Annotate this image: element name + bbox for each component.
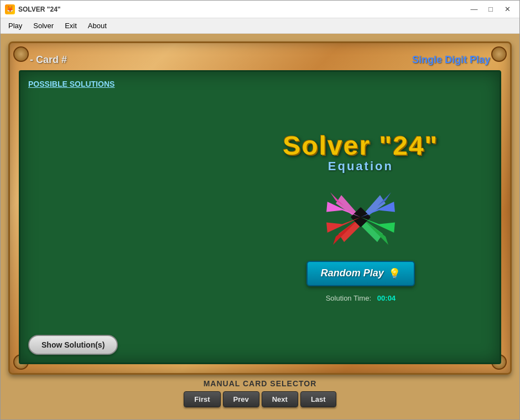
solution-time-label: Solution Time: [326,294,371,302]
menu-about[interactable]: About [82,20,112,31]
next-button[interactable]: Next [262,391,298,407]
corner-tl [13,46,29,62]
menu-solver[interactable]: Solver [28,20,59,31]
menu-play[interactable]: Play [3,20,28,31]
lightbulb-icon: 💡 [388,267,401,280]
wood-frame: - Card # Single Digit Play POSSIBLE SOLU… [8,41,512,375]
right-panel: Solver "24" Equation [222,72,500,363]
board-header: - Card # Single Digit Play [19,52,501,70]
manual-card-selector-label: MANUAL CARD SELECTOR [204,379,317,388]
random-play-button[interactable]: Random Play 💡 [306,261,415,286]
random-play-label: Random Play [321,267,384,279]
minimize-button[interactable]: — [466,3,482,15]
main-content: - Card # Single Digit Play POSSIBLE SOLU… [1,34,519,419]
show-solution-button[interactable]: Show Solution(s) [28,335,118,355]
solutions-panel: POSSIBLE SOLUTIONS [20,72,222,363]
solver-24-text: Solver "24" [283,133,438,159]
menubar: Play Solver Exit About [1,18,519,34]
app-icon: 🦊 [5,4,15,14]
solution-time: Solution Time: 00:04 [326,294,396,302]
equation-text: Equation [283,159,438,174]
nav-buttons: First Prev Next Last [184,391,336,407]
prev-button[interactable]: Prev [223,391,259,407]
chalkboard: POSSIBLE SOLUTIONS Solver "24" Equation [19,70,501,364]
card-number: - Card # [30,54,67,66]
first-button[interactable]: First [184,391,220,407]
single-digit-play: Single Digit Play [412,54,490,66]
possible-solutions-link[interactable]: POSSIBLE SOLUTIONS [28,80,214,88]
bottom-section: MANUAL CARD SELECTOR First Prev Next Las… [8,375,512,412]
solver-title-block: Solver "24" Equation [283,133,438,174]
main-window: 🦊 SOLVER "24" — □ ✕ Play Solver Exit Abo… [0,0,520,420]
corner-tr [491,46,507,62]
window-controls: — □ ✕ [466,3,515,15]
maximize-button[interactable]: □ [483,3,498,15]
x-logo [325,181,397,253]
window-title: SOLVER "24" [18,6,466,13]
menu-exit[interactable]: Exit [59,20,82,31]
solution-time-value: 00:04 [377,294,396,302]
titlebar: 🦊 SOLVER "24" — □ ✕ [1,1,519,18]
last-button[interactable]: Last [300,391,336,407]
close-button[interactable]: ✕ [500,3,515,15]
